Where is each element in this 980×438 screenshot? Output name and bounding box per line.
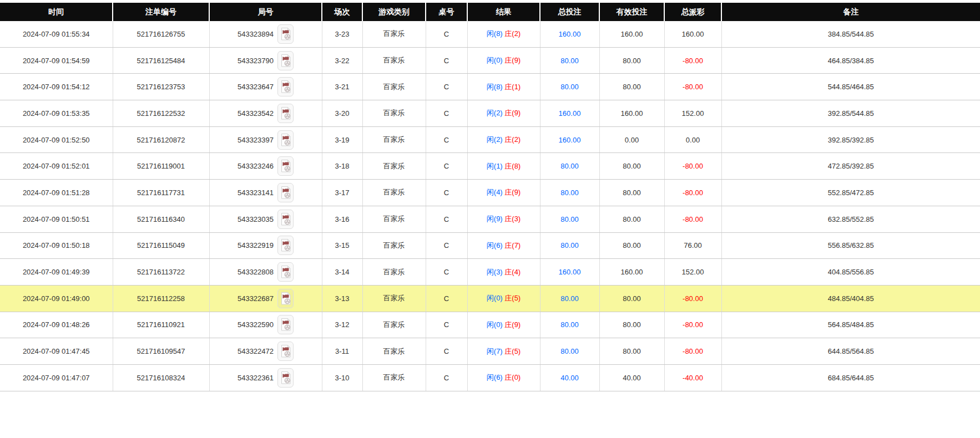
- video-replay-button[interactable]: [277, 183, 294, 202]
- round-wrap: 543322687: [238, 289, 294, 308]
- video-replay-button[interactable]: [277, 104, 294, 123]
- valid-bet-cell: 40.00: [599, 364, 664, 391]
- game-type-cell: 百家乐: [362, 312, 426, 338]
- total-bet-cell: 160.00: [540, 21, 599, 47]
- video-replay-icon: [280, 318, 291, 332]
- video-replay-button[interactable]: [277, 236, 294, 255]
- video-replay-button[interactable]: [277, 210, 294, 229]
- video-replay-icon: [280, 159, 291, 173]
- video-replay-button[interactable]: [277, 315, 294, 334]
- result-cell: 闲(0) 庄(5): [467, 285, 540, 312]
- time-cell: 2024-07-09 01:49:39: [0, 259, 113, 286]
- time-cell: 2024-07-09 01:48:26: [0, 312, 113, 338]
- video-replay-icon: [280, 133, 291, 147]
- payout-cell: -80.00: [664, 47, 721, 74]
- time-cell: 2024-07-09 01:54:12: [0, 74, 113, 100]
- video-replay-button[interactable]: [277, 289, 294, 308]
- video-replay-button[interactable]: [277, 342, 294, 361]
- table-number-cell: C: [426, 100, 467, 127]
- table-number-cell: C: [426, 180, 467, 206]
- result-player: 闲(6): [487, 373, 503, 381]
- round-wrap: 543322919: [238, 236, 294, 255]
- payout-cell: 160.00: [664, 21, 721, 47]
- round-wrap: 543323542: [238, 104, 294, 123]
- result-cell: 闲(4) 庄(9): [467, 180, 540, 206]
- round-cell: 543323542: [209, 100, 322, 127]
- video-replay-button[interactable]: [277, 51, 294, 70]
- result-banker: 庄(9): [504, 109, 521, 117]
- table-row: 2024-07-09 01:50:51 521716116340 5433230…: [0, 206, 980, 232]
- round-cell: 543323141: [209, 180, 322, 206]
- payout-cell: 152.00: [664, 100, 721, 127]
- valid-bet-cell: 80.00: [599, 206, 664, 232]
- result-banker: 庄(2): [504, 29, 521, 38]
- video-replay-icon: [280, 54, 291, 68]
- video-replay-button[interactable]: [277, 77, 294, 96]
- round-wrap: 543322590: [238, 315, 294, 334]
- remark-cell: 472.85/392.85: [721, 153, 980, 180]
- table-row: 2024-07-09 01:51:28 521716117731 5433231…: [0, 180, 980, 206]
- round-id: 543322472: [238, 347, 274, 355]
- video-replay-button[interactable]: [277, 130, 294, 150]
- payout-cell: -80.00: [664, 180, 721, 206]
- total-bet-cell: 80.00: [540, 47, 599, 74]
- result-player: 闲(2): [487, 135, 503, 144]
- round-cell: 543323397: [209, 126, 322, 153]
- table-number-cell: C: [426, 232, 467, 259]
- round-id: 543323246: [238, 162, 274, 170]
- total-bet-cell: 40.00: [540, 364, 599, 391]
- table-row: 2024-07-09 01:55:34 521716126755 5433238…: [0, 21, 980, 47]
- valid-bet-cell: 80.00: [599, 47, 664, 74]
- column-header-2: 局号: [209, 3, 322, 21]
- remark-cell: 556.85/632.85: [721, 232, 980, 259]
- result-cell: 闲(2) 庄(2): [467, 126, 540, 153]
- remark-cell: 384.85/544.85: [721, 21, 980, 47]
- time-cell: 2024-07-09 01:55:34: [0, 21, 113, 47]
- time-cell: 2024-07-09 01:51:28: [0, 180, 113, 206]
- column-header-10: 备注: [721, 3, 980, 21]
- round-id: 543323542: [238, 109, 274, 118]
- payout-cell: -80.00: [664, 153, 721, 180]
- table-number-cell: C: [426, 21, 467, 47]
- bet-id-cell: 521716117731: [113, 180, 209, 206]
- round-wrap: 543323647: [238, 77, 294, 96]
- payout-cell: -40.00: [664, 364, 721, 391]
- round-id: 543322590: [238, 320, 274, 329]
- game-type-cell: 百家乐: [362, 21, 426, 47]
- bet-history-table-wrap: 时间注单编号局号场次游戏类别桌号结果总投注有效投注总派彩备注 2024-07-0…: [0, 0, 980, 391]
- result-cell: 闲(6) 庄(0): [467, 364, 540, 391]
- round-wrap: 543323035: [238, 210, 294, 229]
- total-bet-cell: 80.00: [540, 232, 599, 259]
- game-type-cell: 百家乐: [362, 74, 426, 100]
- result-cell: 闲(7) 庄(5): [467, 338, 540, 365]
- valid-bet-cell: 80.00: [599, 74, 664, 100]
- round-cell: 543322919: [209, 232, 322, 259]
- total-bet-cell: 80.00: [540, 206, 599, 232]
- payout-cell: 152.00: [664, 259, 721, 286]
- video-replay-button[interactable]: [277, 156, 294, 176]
- table-number-cell: C: [426, 47, 467, 74]
- result-cell: 闲(1) 庄(8): [467, 153, 540, 180]
- table-row: 2024-07-09 01:48:26 521716110921 5433225…: [0, 312, 980, 338]
- table-number-cell: C: [426, 153, 467, 180]
- round-id: 543323894: [238, 30, 274, 38]
- result-player: 闲(8): [487, 29, 503, 38]
- video-replay-button[interactable]: [277, 24, 294, 44]
- video-replay-icon: [280, 80, 291, 94]
- video-replay-button[interactable]: [277, 262, 294, 282]
- table-number-cell: C: [426, 285, 467, 312]
- total-bet-cell: 80.00: [540, 74, 599, 100]
- video-replay-icon: [280, 106, 291, 120]
- video-replay-button[interactable]: [277, 368, 294, 388]
- total-bet-cell: 80.00: [540, 153, 599, 180]
- table-row: 2024-07-09 01:54:59 521716125484 5433237…: [0, 47, 980, 74]
- table-row: 2024-07-09 01:53:35 521716122532 5433235…: [0, 100, 980, 127]
- table-number-cell: C: [426, 312, 467, 338]
- remark-cell: 684.85/644.85: [721, 364, 980, 391]
- round-wrap: 543323141: [238, 183, 294, 202]
- result-banker: 庄(4): [504, 268, 521, 276]
- result-cell: 闲(2) 庄(9): [467, 100, 540, 127]
- session-cell: 3-11: [322, 338, 362, 365]
- session-cell: 3-15: [322, 232, 362, 259]
- bet-id-cell: 521716110921: [113, 312, 209, 338]
